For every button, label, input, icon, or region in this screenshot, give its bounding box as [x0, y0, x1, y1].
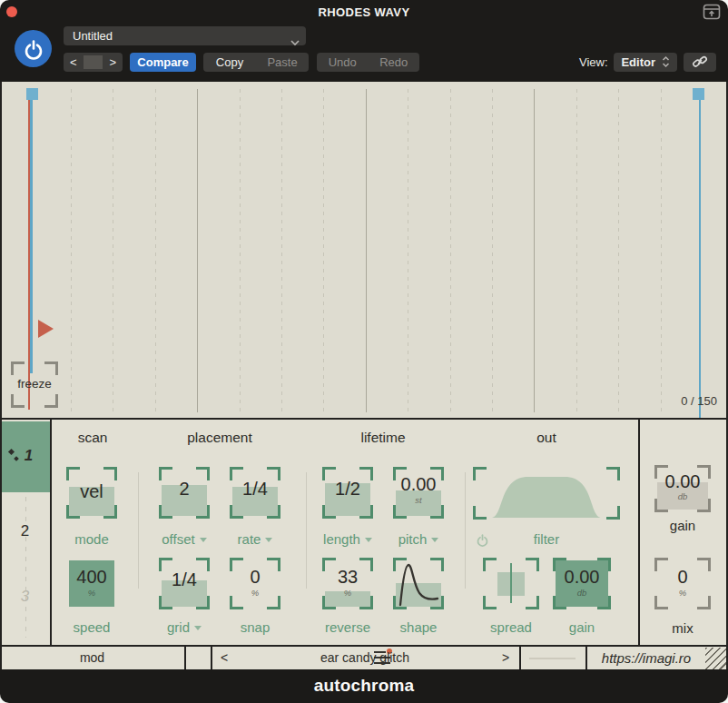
master-gain-label: gain	[637, 518, 728, 534]
rate-value: 1/4	[230, 479, 280, 500]
preset-browser-name[interactable]: ear candy glitch	[236, 647, 494, 669]
length-control[interactable]: 1/2	[322, 467, 373, 519]
master-mix-unit: %	[654, 588, 711, 598]
pitch-control[interactable]: 0.00 st	[393, 467, 444, 519]
footer-bar: autochroma	[0, 669, 728, 703]
rate-label[interactable]: rate	[210, 531, 300, 548]
tab-layer-1[interactable]: 1	[0, 447, 50, 465]
preset-dropdown-value: Untitled	[73, 29, 113, 43]
resize-grip[interactable]	[705, 648, 727, 669]
grid-line	[71, 89, 72, 412]
link-button[interactable]	[684, 53, 716, 72]
grid-line	[197, 89, 198, 412]
pitch-value: 0.00	[393, 474, 444, 495]
shape-label: shape	[373, 619, 464, 636]
tab-layer-2[interactable]: 2	[0, 522, 50, 540]
divider	[519, 647, 521, 669]
master-gain-control[interactable]: 0.00 db	[654, 465, 711, 512]
divider	[138, 472, 139, 589]
section-header-out: out	[472, 430, 621, 446]
preset-next-button[interactable]: >	[496, 647, 516, 669]
grid-control[interactable]: 1/4	[159, 558, 210, 609]
window-title: RHODES WAVY	[0, 5, 728, 19]
range-start-handle[interactable]	[26, 88, 38, 100]
mode-label: mode	[46, 531, 137, 548]
website-link[interactable]: https://imagi.ro	[587, 647, 705, 669]
mode-value: vel	[66, 481, 117, 502]
range-start-line	[30, 89, 33, 373]
pitch-unit: st	[393, 495, 444, 505]
filter-curve-icon	[473, 467, 620, 520]
grid-line	[661, 89, 662, 412]
snap-value: 0	[230, 567, 280, 588]
mod-tab[interactable]: mod	[0, 647, 184, 669]
filter-control[interactable]	[473, 467, 620, 520]
rate-control[interactable]: 1/4	[230, 467, 280, 519]
reverse-control[interactable]: 33 %	[322, 558, 373, 609]
undo-redo-group: Undo Redo	[317, 53, 419, 72]
view-select-value: Editor	[621, 55, 655, 69]
speed-unit: %	[66, 588, 117, 598]
window-border	[0, 82, 2, 669]
grid-line	[323, 89, 324, 412]
grid-line	[492, 89, 493, 412]
power-icon	[23, 38, 44, 60]
view-select[interactable]: Editor	[614, 53, 677, 72]
offset-control[interactable]: 2	[159, 467, 210, 519]
divider	[211, 647, 212, 669]
nav-forward-button[interactable]: >	[103, 53, 123, 72]
length-value: 1/2	[322, 479, 373, 500]
section-header-placement: placement	[145, 430, 294, 446]
chevron-down-icon	[431, 538, 438, 542]
speed-label: speed	[46, 619, 137, 636]
preset-prev-button[interactable]: <	[214, 647, 234, 669]
compare-button[interactable]: Compare	[130, 53, 196, 72]
offset-value: 2	[159, 479, 210, 500]
up-down-chevron-icon	[662, 55, 670, 68]
freeze-label: freeze	[4, 377, 65, 391]
paste-button[interactable]: Paste	[256, 53, 309, 72]
snap-label: snap	[210, 619, 300, 636]
out-gain-value: 0.00	[553, 567, 611, 588]
grid-line	[281, 89, 282, 412]
scan-display[interactable]: freeze 0 / 150	[0, 82, 728, 418]
speed-value: 400	[66, 567, 117, 588]
grid-line	[366, 89, 367, 412]
tab-layer-3[interactable]: 3	[0, 588, 50, 606]
chevron-down-icon	[200, 538, 207, 542]
plugin-window: RHODES WAVY Untitled < > Compare Copy Pa…	[0, 0, 728, 703]
spread-control[interactable]	[483, 558, 539, 609]
range-end-line	[699, 89, 701, 418]
shape-control[interactable]	[393, 558, 444, 609]
mod-matrix-button[interactable]	[186, 647, 211, 669]
filter-power-icon[interactable]	[476, 533, 489, 547]
snap-control[interactable]: 0 %	[230, 558, 280, 609]
playhead-triangle-icon[interactable]	[38, 320, 54, 338]
undo-button[interactable]: Undo	[317, 53, 369, 72]
range-end-handle[interactable]	[693, 88, 704, 100]
master-mix-control[interactable]: 0 %	[654, 558, 711, 609]
divider	[306, 472, 307, 589]
pitch-label[interactable]: pitch	[373, 531, 464, 548]
chevron-down-icon	[365, 538, 372, 542]
parameter-panel: 1 2 3 scan placement lifetime out vel mo…	[0, 418, 728, 645]
grid-line	[408, 89, 408, 412]
reverse-unit: %	[322, 588, 373, 598]
link-icon	[692, 54, 708, 69]
copy-button[interactable]: Copy	[203, 53, 256, 72]
redo-button[interactable]: Redo	[369, 53, 420, 72]
speed-control[interactable]: 400 %	[66, 558, 117, 609]
out-gain-unit: db	[553, 588, 611, 598]
nav-buttons: < >	[64, 53, 123, 72]
export-window-icon[interactable]	[703, 4, 721, 20]
out-gain-control[interactable]: 0.00 db	[553, 558, 611, 609]
power-button[interactable]	[15, 30, 52, 67]
nav-back-button[interactable]: <	[64, 53, 84, 72]
preset-dropdown[interactable]: Untitled	[64, 26, 306, 45]
mode-control[interactable]: vel	[66, 467, 117, 519]
grid-value: 1/4	[159, 569, 210, 590]
grid-line	[113, 89, 113, 412]
preset-morph-slider[interactable]	[529, 658, 576, 659]
freeze-button[interactable]: freeze	[11, 361, 58, 408]
divider	[84, 55, 103, 69]
